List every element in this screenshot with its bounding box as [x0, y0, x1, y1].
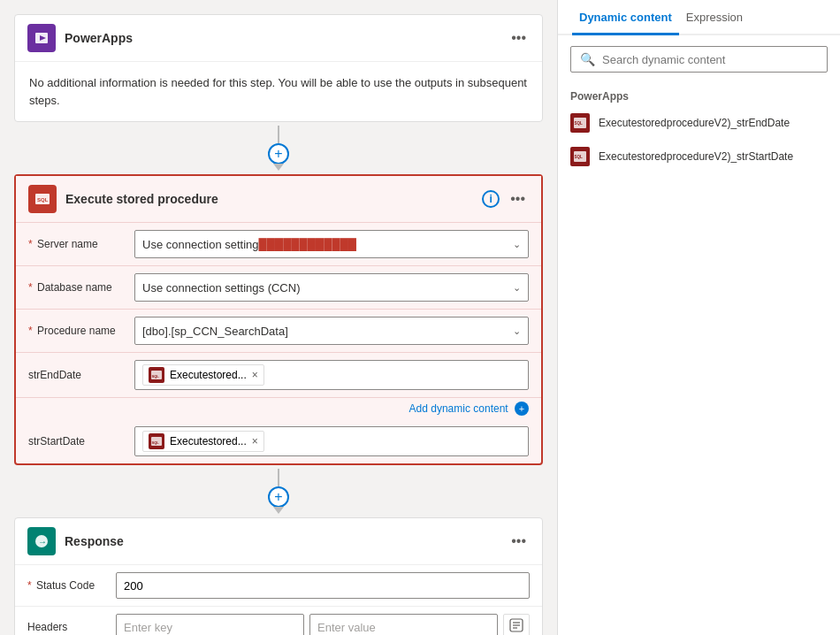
status-input[interactable]: 200 — [116, 572, 530, 599]
headers-key-input[interactable]: Enter key — [116, 614, 304, 635]
svg-text:SQL: SQL — [37, 197, 49, 203]
powerapps-title: PowerApps — [65, 31, 499, 45]
strenddate-label: strEndDate — [28, 369, 126, 381]
svg-text:→: → — [38, 537, 47, 547]
connector-arrow-2 — [273, 507, 284, 514]
strenddate-row: strEndDate SQL Executestored... × — [16, 353, 541, 398]
panel-item-2-text: ExecutestoredprocedureV2)_strStartDate — [599, 150, 793, 163]
database-row: * Database name Use connection settings … — [16, 266, 541, 310]
server-required: * — [28, 238, 33, 250]
status-row: * Status Code 200 — [15, 565, 542, 607]
server-label: * Server name — [28, 238, 126, 250]
server-row: * Server name Use connection setting████… — [16, 223, 541, 266]
procedure-required: * — [28, 325, 33, 337]
search-icon: 🔍 — [580, 52, 595, 66]
execute-info-button[interactable]: i — [482, 190, 500, 208]
execute-title: Execute stored procedure — [65, 192, 473, 206]
connector-arrow-1 — [273, 164, 284, 171]
panel-item-1[interactable]: SQL ExecutestoredprocedureV2)_strEndDate — [558, 106, 840, 140]
execute-actions: i ••• — [482, 189, 529, 209]
strenddate-token: SQL Executestored... × — [142, 364, 264, 386]
headers-value-input[interactable]: Enter value — [309, 614, 498, 635]
server-chevron-icon: ⌄ — [513, 239, 521, 250]
execute-card: SQL Execute stored procedure i ••• * Ser… — [14, 174, 543, 465]
headers-row: Headers Enter key Enter value — [15, 607, 542, 635]
headers-add-icon[interactable] — [503, 614, 530, 635]
powerapps-icon — [27, 24, 56, 52]
execute-sql-icon: SQL — [28, 185, 57, 213]
powerapps-header: PowerApps ••• — [15, 15, 542, 62]
add-step-button-1[interactable]: + — [268, 143, 289, 164]
dynamic-panel: Dynamic content Expression 🔍 PowerApps S… — [557, 0, 840, 635]
connector-line-1 — [278, 126, 279, 143]
strstartdate-field[interactable]: SQL Executestored... × — [134, 426, 529, 456]
add-dynamic-plus-icon: + — [515, 402, 529, 416]
panel-tabs: Dynamic content Expression — [558, 0, 840, 35]
connector-2: + — [14, 469, 543, 514]
strenddate-token-text: Executestored... — [170, 369, 247, 381]
server-value: Use connection setting████████████ — [142, 238, 508, 251]
database-chevron-icon: ⌄ — [513, 282, 521, 294]
powerapps-overflow-button[interactable]: ••• — [508, 28, 530, 48]
headers-label: Headers — [27, 621, 107, 633]
powerapps-card: PowerApps ••• No additional information … — [14, 14, 543, 122]
database-required: * — [28, 281, 33, 294]
svg-text:SQL: SQL — [152, 440, 160, 445]
dynamic-search-input[interactable] — [602, 53, 818, 66]
add-step-button-2[interactable]: + — [268, 486, 289, 508]
strstartdate-token-text: Executestored... — [170, 435, 247, 448]
response-actions: ••• — [508, 532, 530, 551]
strstartdate-token-icon: SQL — [149, 433, 164, 449]
procedure-field[interactable]: [dbo].[sp_CCN_SearchData] ⌄ — [134, 317, 529, 345]
svg-text:SQL: SQL — [152, 374, 160, 379]
dynamic-search-container: 🔍 — [570, 46, 828, 73]
status-label: * Status Code — [27, 579, 107, 592]
procedure-row: * Procedure name [dbo].[sp_CCN_SearchDat… — [16, 310, 541, 353]
connector-line-2 — [278, 469, 279, 486]
headers-fields: Enter key Enter value — [116, 614, 530, 635]
response-title: Response — [65, 534, 499, 548]
svg-text:SQL: SQL — [575, 155, 584, 159]
strstartdate-token: SQL Executestored... × — [142, 431, 264, 452]
strstartdate-row: strStartDate SQL Executestored... × — [16, 419, 541, 463]
execute-header: SQL Execute stored procedure i ••• — [16, 176, 541, 223]
panel-item-1-icon: SQL — [570, 113, 590, 133]
database-label: * Database name — [28, 281, 126, 294]
response-card: → Response ••• * Status Code 200 Headers — [14, 517, 543, 635]
response-overflow-button[interactable]: ••• — [508, 532, 530, 551]
panel-item-2-icon: SQL — [570, 147, 590, 166]
powerapps-body-text: No additional information is needed for … — [15, 62, 542, 121]
execute-overflow-button[interactable]: ••• — [507, 189, 529, 209]
panel-item-1-text: ExecutestoredprocedureV2)_strEndDate — [599, 117, 790, 129]
strstartdate-label: strStartDate — [28, 435, 126, 448]
database-field[interactable]: Use connection settings (CCN) ⌄ — [134, 273, 529, 302]
panel-item-2[interactable]: SQL ExecutestoredprocedureV2)_strStartDa… — [558, 140, 840, 173]
strenddate-token-close[interactable]: × — [252, 369, 258, 381]
svg-text:SQL: SQL — [575, 121, 584, 126]
status-required: * — [27, 579, 32, 592]
connector-1: + — [14, 126, 543, 171]
tab-dynamic-content[interactable]: Dynamic content — [572, 0, 679, 35]
procedure-chevron-icon: ⌄ — [513, 325, 521, 337]
response-icon: → — [27, 527, 56, 555]
strenddate-field[interactable]: SQL Executestored... × — [134, 360, 529, 390]
tab-expression[interactable]: Expression — [679, 0, 750, 35]
panel-section-powerapps: PowerApps — [558, 83, 840, 106]
procedure-label: * Procedure name — [28, 325, 126, 337]
procedure-value: [dbo].[sp_CCN_SearchData] — [142, 325, 508, 338]
strstartdate-token-close[interactable]: × — [252, 435, 258, 448]
database-value: Use connection settings (CCN) — [142, 281, 508, 295]
strenddate-token-icon: SQL — [149, 367, 164, 383]
add-dynamic-row[interactable]: Add dynamic content + — [16, 398, 541, 419]
powerapps-actions: ••• — [508, 28, 530, 48]
response-header: → Response ••• — [15, 518, 542, 565]
server-field[interactable]: Use connection setting████████████ ⌄ — [134, 230, 529, 258]
